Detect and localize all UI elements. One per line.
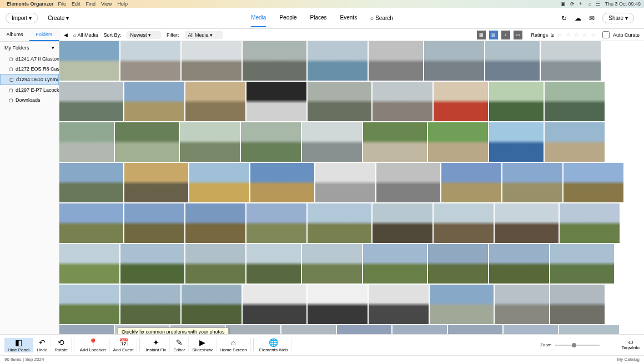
share-button[interactable]: Share▾ [602, 13, 634, 23]
tool-editor[interactable]: ✎Editor [170, 338, 189, 352]
thumbnail[interactable] [315, 163, 375, 202]
sort-select[interactable]: Newest ▾ [127, 31, 161, 39]
thumbnail[interactable] [120, 244, 184, 284]
thumbnail[interactable] [120, 285, 180, 324]
thumbnail[interactable] [59, 325, 114, 334]
thumbnail[interactable] [59, 41, 119, 81]
thumbnail[interactable] [541, 41, 601, 81]
thumbnail[interactable] [373, 203, 432, 243]
tool-undo[interactable]: ↶Undo [33, 338, 51, 352]
sidebar-folder[interactable]: ▢d1241 A7 II Glastonbury [0, 54, 59, 64]
thumbnail[interactable] [564, 163, 623, 202]
status-screen-icon[interactable]: ▣ [561, 1, 566, 7]
nav-events[interactable]: Events [340, 9, 358, 27]
thumbnail[interactable] [428, 244, 488, 284]
view-audio-icon[interactable]: ♪ [501, 31, 510, 39]
thumbnail[interactable] [182, 285, 242, 324]
thumbnail[interactable] [246, 244, 301, 284]
thumbnail[interactable] [226, 325, 280, 334]
star-5[interactable]: ☆ [591, 32, 596, 38]
create-button[interactable]: Create▾ [42, 13, 74, 23]
status-control-icon[interactable]: ☰ [596, 1, 600, 7]
thumbnail[interactable] [308, 203, 371, 243]
status-sync-icon[interactable]: ⟳ [570, 1, 575, 7]
star-4[interactable]: ☆ [582, 32, 587, 38]
thumbnail[interactable] [489, 244, 549, 284]
thumbnail[interactable] [308, 82, 371, 121]
menu-find[interactable]: Find [86, 1, 96, 7]
thumbnail[interactable] [182, 41, 242, 81]
thumbnail[interactable] [376, 163, 440, 202]
auto-curate-checkbox[interactable] [602, 31, 610, 38]
status-search-icon[interactable]: ⌕ [588, 1, 591, 7]
tool-instant-fix[interactable]: ✦Instant Fix [142, 338, 170, 352]
thumbnail[interactable] [59, 285, 119, 324]
nav-people[interactable]: People [279, 9, 296, 27]
thumbnail[interactable] [504, 325, 558, 334]
thumbnail[interactable] [434, 203, 494, 243]
thumbnail[interactable] [59, 122, 114, 162]
thumbnail[interactable] [246, 203, 306, 243]
sidebar-folder[interactable]: ▢d1272 EOS R8 Castell Coch and... [0, 64, 59, 74]
thumbnail[interactable] [124, 203, 184, 243]
thumbnail[interactable] [241, 122, 301, 162]
my-folders-header[interactable]: My Folders▾ [0, 42, 59, 54]
app-menu[interactable]: Elements Organizer [7, 1, 54, 7]
thumbnail[interactable] [59, 203, 123, 243]
thumbnail[interactable] [308, 285, 368, 324]
menu-edit[interactable]: Edit [72, 1, 80, 7]
refresh-icon[interactable]: ↻ [561, 14, 567, 22]
thumbnail[interactable] [434, 82, 488, 121]
import-button[interactable]: Import▾ [6, 13, 38, 23]
thumbnail[interactable] [246, 82, 306, 121]
thumbnail[interactable] [559, 325, 619, 334]
tool-slideshow[interactable]: ▶Slideshow [189, 338, 216, 352]
thumbnail[interactable] [489, 122, 544, 162]
tool-add-location[interactable]: 📍Add Location [77, 338, 110, 352]
thumbnail[interactable] [545, 82, 605, 121]
thumbnail[interactable] [424, 41, 484, 81]
thumbnail[interactable] [485, 41, 540, 81]
thumbnail[interactable] [302, 122, 362, 162]
thumbnail[interactable] [308, 41, 368, 81]
menubar-clock[interactable]: Thu 3 Oct 09:49 [605, 1, 641, 7]
thumbnail[interactable] [393, 325, 447, 334]
thumbnail[interactable] [495, 285, 549, 324]
thumbnail[interactable] [448, 325, 502, 334]
thumbnail[interactable] [59, 163, 123, 202]
menu-help[interactable]: Help [117, 1, 128, 7]
thumbnail[interactable] [441, 163, 501, 202]
thumbnail[interactable] [550, 244, 614, 284]
sidebar-folder[interactable]: ▢Downloads [0, 95, 59, 105]
tool-add-event[interactable]: 📅Add Event [110, 338, 138, 352]
thumbnail[interactable] [281, 325, 336, 334]
thumbnail[interactable] [124, 82, 184, 121]
thumbnail[interactable] [369, 41, 423, 81]
thumbnail[interactable] [250, 163, 314, 202]
thumbnail[interactable] [489, 82, 544, 121]
nav-media[interactable]: Media [251, 9, 266, 27]
thumbnail[interactable] [369, 285, 429, 324]
star-2[interactable]: ☆ [566, 32, 571, 38]
cloud-icon[interactable]: ☁ [575, 14, 581, 22]
thumbnail[interactable] [545, 122, 605, 162]
tab-albums[interactable]: Albums [0, 29, 29, 41]
search-button[interactable]: ⌕Search [370, 9, 393, 27]
thumbnail[interactable] [59, 244, 119, 284]
filter-select[interactable]: All Media ▾ [185, 31, 223, 39]
sidebar-folder[interactable]: ▢d1294 D610 Lynmouth Porlock... [0, 74, 59, 85]
thumbnail[interactable] [502, 163, 562, 202]
thumbnail[interactable] [243, 285, 306, 324]
thumbnail[interactable] [495, 203, 559, 243]
sidebar-folder[interactable]: ▢d1297 E-P7 Lacock [0, 85, 59, 95]
menu-view[interactable]: View [101, 1, 112, 7]
catalog-name[interactable]: My Catalog [617, 357, 640, 362]
view-folder-icon[interactable]: ▭ [514, 31, 522, 39]
thumbnail[interactable] [337, 325, 391, 334]
thumbnail[interactable] [373, 82, 432, 121]
tool-home-screen[interactable]: ⌂Home Screen [217, 338, 251, 352]
tool-elements-web[interactable]: 🌐Elements Web [256, 338, 292, 352]
menu-file[interactable]: File [58, 1, 67, 7]
thumbnail[interactable] [115, 122, 179, 162]
breadcrumb[interactable]: ⌂ All Media [73, 32, 98, 38]
